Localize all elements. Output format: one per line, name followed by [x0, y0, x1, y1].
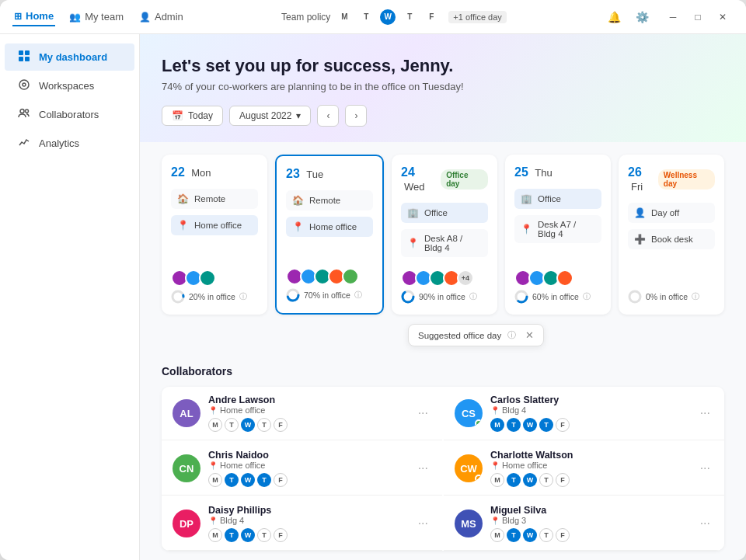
- app-window: ⊞ Home 👥 My team 👤 Admin Team policy M T…: [0, 0, 746, 560]
- hero-section: Let's set you up for success, Jenny. 74%…: [140, 34, 746, 142]
- card-item-desk-thu[interactable]: 📍 Desk A7 / Bldg 4: [514, 215, 601, 243]
- sidebar-item-collaborators[interactable]: Collaborators: [5, 101, 134, 128]
- card-item-desk-wed[interactable]: 📍 Desk A8 / Bldg 4: [401, 229, 488, 257]
- collaborator-row-chris: CN Chris Naidoo 📍 Home office M T W: [162, 442, 442, 496]
- tooltip-close-button[interactable]: ✕: [525, 329, 534, 341]
- day-number-tue: 23: [286, 167, 300, 180]
- card-item-location-mon[interactable]: 📍 Home office: [171, 215, 258, 235]
- card-item-office-wed[interactable]: 🏢 Office: [401, 203, 488, 223]
- day-header-thu: 25 Thu: [514, 165, 601, 179]
- sidebar-item-dashboard-label: My dashboard: [39, 51, 107, 63]
- suggested-label: Suggested office day: [418, 331, 501, 340]
- location-icon: 📍: [208, 461, 218, 470]
- card-item-dayoff-fri[interactable]: 👤 Day off: [628, 203, 715, 223]
- location-icon-mon: 📍: [177, 220, 189, 231]
- card-item-office-thu[interactable]: 🏢 Office: [514, 189, 601, 209]
- day-T1: T: [358, 9, 374, 25]
- more-options-miguel[interactable]: ···: [697, 513, 713, 534]
- day-dot: W: [523, 528, 537, 542]
- more-options-charlotte[interactable]: ···: [697, 458, 713, 478]
- maximize-button[interactable]: □: [687, 6, 709, 28]
- day-number-mon: 22: [171, 165, 185, 179]
- today-button[interactable]: 📅 Today: [162, 106, 223, 126]
- day-number-fri: 26: [628, 165, 642, 179]
- svg-rect-0: [19, 50, 23, 55]
- card-item-location-tue[interactable]: 📍 Home office: [286, 217, 373, 237]
- collaborators-title: Collaborators: [162, 365, 724, 377]
- tab-home[interactable]: ⊞ Home: [12, 7, 55, 26]
- avatar-charlotte: CW: [455, 454, 483, 482]
- title-bar-left: ⊞ Home 👥 My team 👤 Admin: [12, 7, 185, 26]
- more-options-carlos[interactable]: ···: [697, 403, 713, 423]
- day-F: F: [424, 9, 439, 25]
- collaborator-row-carlos: CS Carlos Slattery 📍 Bldg 4 M T: [444, 387, 724, 440]
- collab-days-miguel: M T W T F: [490, 528, 697, 542]
- office-pct-fri: 0% in office ⓘ: [628, 290, 715, 304]
- location-icon: 📍: [490, 461, 500, 470]
- sidebar-item-analytics[interactable]: Analytics: [5, 130, 134, 157]
- admin-icon: 👤: [139, 12, 151, 23]
- day-card-tue: 23 Tue 🏠 Remote 📍 Home office: [275, 155, 384, 315]
- tab-my-team[interactable]: 👥 My team: [68, 8, 125, 26]
- collab-location-daisy: 📍 Bldg 4: [208, 516, 415, 525]
- svg-point-8: [173, 291, 183, 302]
- day-dot: T: [539, 418, 553, 432]
- card-footer-tue: 70% in office ⓘ: [286, 262, 373, 302]
- status-dot-carlos: [475, 419, 483, 427]
- tab-admin[interactable]: 👤 Admin: [138, 8, 185, 26]
- avatar-carlos: CS: [455, 399, 483, 427]
- card-item-remote-tue[interactable]: 🏠 Remote: [286, 190, 373, 210]
- collab-location-carlos: 📍 Bldg 4: [490, 405, 697, 415]
- day-dot: F: [556, 473, 570, 487]
- day-dot: T: [539, 528, 553, 542]
- more-options-andre[interactable]: ···: [415, 403, 431, 423]
- day-card-mon: 22 Mon 🏠 Remote 📍 Home office: [162, 155, 267, 315]
- collab-location-charlotte: 📍 Home office: [490, 461, 697, 470]
- location-icon: 📍: [208, 517, 218, 525]
- avatars-wed: +4: [401, 270, 488, 287]
- prev-month-button[interactable]: ‹: [317, 105, 339, 127]
- collab-info-carlos: Carlos Slattery 📍 Bldg 4 M T W T F: [490, 395, 697, 432]
- month-selector[interactable]: August 2022 ▾: [229, 106, 311, 126]
- svg-rect-1: [25, 50, 30, 55]
- collab-name-chris: Chris Naidoo: [208, 450, 415, 461]
- collab-location-chris: 📍 Home office: [208, 461, 415, 470]
- day-T2: T: [402, 9, 417, 25]
- sidebar-item-workspaces[interactable]: Workspaces: [5, 72, 134, 99]
- day-dot: F: [274, 473, 288, 487]
- more-options-chris[interactable]: ···: [415, 458, 431, 478]
- card-item-bookdesk-fri[interactable]: ➕ Book desk: [628, 229, 715, 249]
- avatar-andre: AL: [173, 399, 200, 427]
- day-dot: W: [523, 473, 537, 487]
- avatars-tue: [286, 268, 373, 285]
- office-day-badge: +1 office day: [448, 11, 506, 23]
- day-dot: T: [225, 473, 239, 487]
- home-icon-mon: 🏠: [177, 193, 189, 204]
- day-card-thu: 25 Thu 🏢 Office 📍 Desk A7 / Bldg 4: [505, 155, 611, 315]
- location-icon: 📍: [208, 406, 218, 415]
- calendar-cards: 22 Mon 🏠 Remote 📍 Home office: [140, 142, 746, 324]
- close-button[interactable]: ✕: [712, 6, 734, 28]
- card-footer-mon: 20% in office ⓘ: [171, 263, 258, 304]
- more-options-daisy[interactable]: ···: [415, 513, 431, 534]
- day-header-tue: 23 Tue: [286, 167, 373, 181]
- avatar-chris: CN: [173, 454, 200, 482]
- collab-name-carlos: Carlos Slattery: [490, 395, 697, 405]
- card-item-remote-mon[interactable]: 🏠 Remote: [171, 189, 258, 209]
- main-layout: My dashboard Workspaces Collaborators An…: [0, 34, 746, 560]
- sidebar-item-dashboard[interactable]: My dashboard: [5, 43, 134, 71]
- dashboard-icon: [17, 50, 31, 64]
- day-dot: T: [507, 418, 521, 432]
- collab-info-daisy: Daisy Phillips 📍 Bldg 4 M T W T F: [208, 505, 415, 542]
- analytics-icon: [17, 136, 31, 151]
- minimize-button[interactable]: ─: [662, 6, 684, 28]
- notification-button[interactable]: 🔔: [603, 6, 625, 28]
- svg-rect-3: [25, 57, 30, 61]
- settings-button[interactable]: ⚙️: [631, 6, 653, 28]
- day-card-fri: 26 Fri Wellness day 👤 Day off ➕ Book des…: [619, 155, 724, 315]
- next-month-button[interactable]: ›: [345, 105, 367, 127]
- title-bar-center: Team policy M T W T F +1 office day: [185, 9, 603, 25]
- avatar-daisy: DP: [173, 510, 200, 537]
- day-dot: M: [490, 418, 504, 432]
- day-dot: F: [556, 418, 570, 432]
